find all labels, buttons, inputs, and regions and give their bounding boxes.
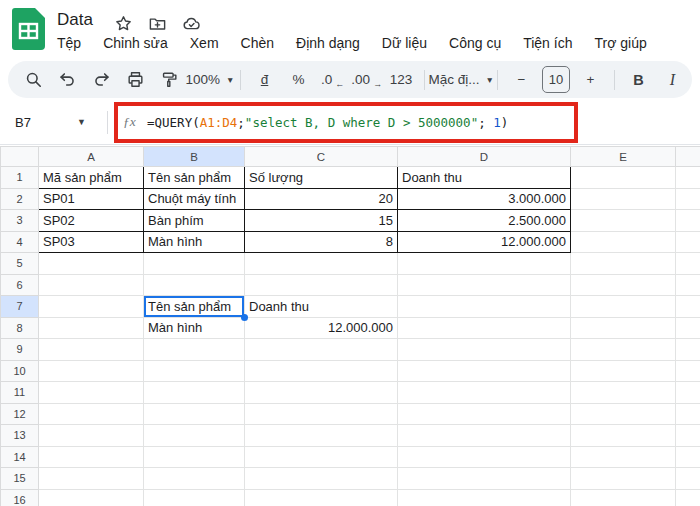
star-icon[interactable] bbox=[114, 14, 133, 33]
italic-button[interactable]: I bbox=[659, 66, 686, 93]
cell-A14[interactable] bbox=[39, 446, 144, 468]
cell-E4[interactable] bbox=[571, 231, 676, 253]
cell-C3[interactable]: 15 bbox=[245, 210, 398, 232]
undo-button[interactable] bbox=[54, 66, 81, 93]
row-header-8[interactable]: 8 bbox=[1, 317, 39, 339]
cell-F7[interactable] bbox=[676, 296, 700, 318]
column-header-B[interactable]: B bbox=[144, 147, 245, 167]
cell-C11[interactable] bbox=[245, 382, 398, 404]
row-header-13[interactable]: 13 bbox=[1, 425, 39, 447]
cell-C12[interactable] bbox=[245, 403, 398, 425]
column-header-D[interactable]: D bbox=[398, 147, 571, 167]
cell-D1[interactable]: Doanh thu bbox=[398, 167, 571, 189]
menu-tien-ich[interactable]: Tiện ích bbox=[521, 34, 574, 52]
cell-A16[interactable] bbox=[39, 489, 144, 506]
cell-D5[interactable] bbox=[398, 253, 571, 275]
cell-C1[interactable]: Số lượng bbox=[245, 167, 398, 189]
cell-F15[interactable] bbox=[676, 468, 700, 490]
cell-A12[interactable] bbox=[39, 403, 144, 425]
cloud-check-icon[interactable] bbox=[182, 14, 201, 33]
row-header-14[interactable]: 14 bbox=[1, 446, 39, 468]
cell-C13[interactable] bbox=[245, 425, 398, 447]
cell-D13[interactable] bbox=[398, 425, 571, 447]
increase-decimal-button[interactable]: .00→ bbox=[353, 66, 380, 93]
redo-button[interactable] bbox=[88, 66, 115, 93]
menu-chinh-sua[interactable]: Chỉnh sửa bbox=[101, 34, 170, 52]
cell-B8[interactable]: Màn hình bbox=[144, 317, 245, 339]
cell-F1[interactable] bbox=[676, 167, 700, 189]
row-header-2[interactable]: 2 bbox=[1, 188, 39, 210]
cell-C10[interactable] bbox=[245, 360, 398, 382]
select-all-corner[interactable] bbox=[1, 147, 39, 167]
cell-C7[interactable]: Doanh thu bbox=[245, 296, 398, 318]
cell-A2[interactable]: SP01 bbox=[39, 188, 144, 210]
cell-F13[interactable] bbox=[676, 425, 700, 447]
cell-D14[interactable] bbox=[398, 446, 571, 468]
row-header-5[interactable]: 5 bbox=[1, 253, 39, 275]
cell-E9[interactable] bbox=[571, 339, 676, 361]
menu-cong-cu[interactable]: Công cụ bbox=[447, 34, 503, 52]
cell-A4[interactable]: SP03 bbox=[39, 231, 144, 253]
cell-B7[interactable]: Tên sản phẩm bbox=[144, 296, 245, 318]
cell-B14[interactable] bbox=[144, 446, 245, 468]
cell-A7[interactable] bbox=[39, 296, 144, 318]
cell-F4[interactable] bbox=[676, 231, 700, 253]
cell-C9[interactable] bbox=[245, 339, 398, 361]
cell-A11[interactable] bbox=[39, 382, 144, 404]
cell-F10[interactable] bbox=[676, 360, 700, 382]
cell-C16[interactable] bbox=[245, 489, 398, 506]
cell-D16[interactable] bbox=[398, 489, 571, 506]
cell-A3[interactable]: SP02 bbox=[39, 210, 144, 232]
cell-E14[interactable] bbox=[571, 446, 676, 468]
cell-A1[interactable]: Mã sản phẩm bbox=[39, 167, 144, 189]
row-header-16[interactable]: 16 bbox=[1, 489, 39, 506]
cell-C15[interactable] bbox=[245, 468, 398, 490]
sheets-logo-icon[interactable] bbox=[12, 8, 45, 50]
cell-E12[interactable] bbox=[571, 403, 676, 425]
cell-F6[interactable] bbox=[676, 274, 700, 296]
cell-E16[interactable] bbox=[571, 489, 676, 506]
cell-D7[interactable] bbox=[398, 296, 571, 318]
row-header-11[interactable]: 11 bbox=[1, 382, 39, 404]
more-formats-button[interactable]: 123 bbox=[387, 66, 414, 93]
cell-F9[interactable] bbox=[676, 339, 700, 361]
font-family-button[interactable]: Mặc đị...▼ bbox=[435, 66, 487, 93]
cell-E11[interactable] bbox=[571, 382, 676, 404]
row-header-1[interactable]: 1 bbox=[1, 167, 39, 189]
cell-D8[interactable] bbox=[398, 317, 571, 339]
increase-font-size-button[interactable]: + bbox=[577, 66, 604, 93]
cell-E6[interactable] bbox=[571, 274, 676, 296]
print-button[interactable] bbox=[122, 66, 149, 93]
cell-C2[interactable]: 20 bbox=[245, 188, 398, 210]
bold-button[interactable]: B bbox=[625, 66, 652, 93]
cell-A8[interactable] bbox=[39, 317, 144, 339]
row-header-6[interactable]: 6 bbox=[1, 274, 39, 296]
currency-format-button[interactable]: đ bbox=[251, 66, 278, 93]
cell-D9[interactable] bbox=[398, 339, 571, 361]
cell-E15[interactable] bbox=[571, 468, 676, 490]
cell-F12[interactable] bbox=[676, 403, 700, 425]
cell-E3[interactable] bbox=[571, 210, 676, 232]
cell-B1[interactable]: Tên sản phẩm bbox=[144, 167, 245, 189]
cell-D2[interactable]: 3.000.000 bbox=[398, 188, 571, 210]
cell-A5[interactable] bbox=[39, 253, 144, 275]
cell-A10[interactable] bbox=[39, 360, 144, 382]
menu-tep[interactable]: Tệp bbox=[55, 34, 83, 52]
cell-F3[interactable] bbox=[676, 210, 700, 232]
cell-C5[interactable] bbox=[245, 253, 398, 275]
row-header-3[interactable]: 3 bbox=[1, 210, 39, 232]
column-header-A[interactable]: A bbox=[39, 147, 144, 167]
decrease-font-size-button[interactable]: − bbox=[508, 66, 535, 93]
cell-E10[interactable] bbox=[571, 360, 676, 382]
cell-C14[interactable] bbox=[245, 446, 398, 468]
cell-B9[interactable] bbox=[144, 339, 245, 361]
cell-E8[interactable] bbox=[571, 317, 676, 339]
column-header-E[interactable]: E bbox=[571, 147, 676, 167]
cell-D11[interactable] bbox=[398, 382, 571, 404]
menu-tro-giup[interactable]: Trợ giúp bbox=[592, 34, 648, 52]
cell-B2[interactable]: Chuột máy tính bbox=[144, 188, 245, 210]
cell-A9[interactable] bbox=[39, 339, 144, 361]
font-size-button[interactable]: 10 bbox=[542, 66, 570, 93]
cell-E7[interactable] bbox=[571, 296, 676, 318]
cell-B12[interactable] bbox=[144, 403, 245, 425]
